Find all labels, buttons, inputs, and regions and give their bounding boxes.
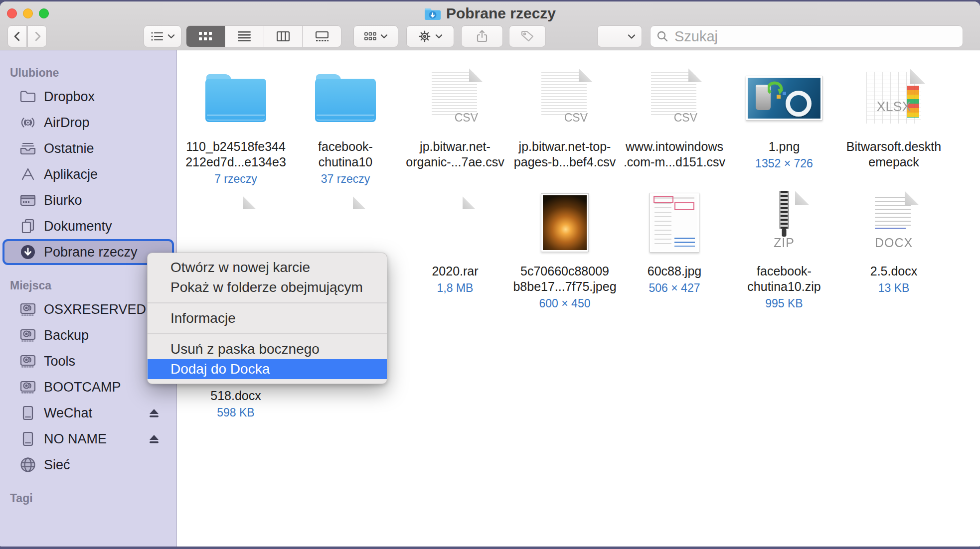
folder-icon	[315, 65, 376, 131]
file-item-bitwarsoft.deskthemepack[interactable]: XLSXBitwarsoft.deskthemepack	[839, 61, 949, 186]
file-info: 600 × 450	[539, 297, 591, 310]
group-icon	[364, 32, 376, 41]
file-name: 518.docx	[210, 388, 261, 404]
folder-icon	[19, 88, 37, 106]
tag-icon	[521, 30, 534, 42]
desktop-icon	[19, 191, 37, 209]
menu-item-dodaj-do-docka[interactable]: Dodaj do Docka	[148, 359, 387, 379]
file-item-jp.bitwar.net-organic-...7ae.csv[interactable]: CSVjp.bitwar.net-organic-...7ae.csv	[400, 61, 510, 186]
grid-view-button[interactable]	[186, 26, 225, 47]
sidebar-item-label: Aplikacje	[44, 167, 98, 182]
csv-file-icon: CSV	[537, 65, 593, 131]
mini-dropdown[interactable]	[597, 25, 642, 47]
search-input[interactable]	[673, 28, 957, 45]
sidebar-item-no-name[interactable]: NO NAME	[0, 426, 176, 452]
file-item-110-b24518fe344212ed7d...e134e3[interactable]: 110_b24518fe344212ed7d...e134e37 rzeczy	[181, 61, 291, 186]
menu-item-usuń-z-paska-bocznego[interactable]: Usuń z paska bocznego	[148, 339, 387, 359]
external-drive-icon	[19, 430, 37, 448]
applications-icon	[19, 165, 37, 183]
sidebar-item-sieć[interactable]: Sieć	[0, 452, 176, 478]
sidebar-item-ostatnie[interactable]: Ostatnie	[0, 136, 176, 161]
file-name: 5c70660c88009b8be17...7f75.jpeg	[513, 264, 616, 294]
gallery-view-button[interactable]	[303, 26, 341, 47]
sidebar-item-airdrop[interactable]: AirDrop	[0, 110, 176, 136]
columns-view-button[interactable]	[264, 26, 303, 47]
search-field[interactable]	[650, 25, 963, 47]
file-item-5c70660c88009b8be17...7f75.jpeg[interactable]: 5c70660c88009b8be17...7f75.jpeg600 × 450	[510, 186, 620, 310]
file-item-1.png[interactable]: 1.png1352 × 726	[729, 61, 839, 186]
sidebar-item-label: Biurko	[44, 193, 82, 208]
finder-window: Pobrane rzeczy	[0, 1, 980, 547]
tag-button[interactable]	[509, 25, 546, 47]
internal-drive-icon	[19, 352, 37, 370]
external-drive-icon	[19, 404, 37, 422]
sidebar-item-aplikacje[interactable]: Aplikacje	[0, 161, 176, 187]
eject-icon[interactable]	[148, 407, 161, 419]
file-info: 13 KB	[878, 281, 910, 295]
file-item-www.intowindows.com-m...d151.csv[interactable]: CSVwww.intowindows.com-m...d151.csv	[620, 61, 729, 186]
file-item-2020.rar[interactable]: 2020.rar1,8 MB	[400, 186, 510, 310]
menu-item-otwórz-w-nowej-karcie[interactable]: Otwórz w nowej karcie	[148, 258, 387, 277]
file-name: jp.bitwar.net-organic-...7ae.csv	[406, 139, 504, 170]
photo-thumbnail	[541, 190, 589, 256]
sidebar-item-label: WeChat	[44, 406, 92, 421]
file-item-facebook-chutina10.zip[interactable]: ZIPfacebook-chutina10.zip995 KB	[729, 186, 839, 310]
file-name: 2.5.docx	[870, 264, 918, 279]
file-name: 2020.rar	[432, 264, 478, 279]
sidebar-item-biurko[interactable]: Biurko	[0, 187, 176, 213]
list-view-icon	[238, 31, 251, 41]
sidebar-item-wechat[interactable]: WeChat	[0, 400, 176, 426]
sidebar-section-tagi: Tagi	[0, 487, 176, 509]
blank-file-icon	[215, 190, 256, 256]
internal-drive-icon	[19, 378, 37, 396]
share-icon	[476, 30, 488, 43]
chevron-down-icon	[167, 34, 175, 39]
gallery-view-icon	[316, 31, 328, 41]
sidebar-item-label: AirDrop	[44, 115, 90, 131]
csv-file-icon: CSV	[647, 65, 702, 131]
list-view-button[interactable]	[225, 26, 264, 47]
sidebar-item-dokumenty[interactable]: Dokumenty	[0, 213, 176, 239]
airdrop-icon	[19, 114, 37, 132]
menu-item-informacje[interactable]: Informacje	[148, 308, 387, 328]
file-info: 1,8 MB	[437, 281, 474, 295]
internal-drive-icon	[19, 326, 37, 344]
forward-button[interactable]	[27, 25, 47, 47]
sort-button[interactable]	[144, 25, 181, 47]
file-item-jp.bitwar.net-top-pages-b...bef4.csv[interactable]: CSVjp.bitwar.net-top-pages-b...bef4.csv	[510, 61, 620, 186]
sidebar-item-label: Pobrane rzeczy	[44, 245, 138, 260]
file-name: facebook-chutina10	[318, 139, 373, 170]
menu-item-pokaż-w-folderze-obejmującym[interactable]: Pokaż w folderze obejmującym	[148, 277, 387, 297]
gear-icon	[418, 30, 431, 43]
png-thumbnail	[746, 65, 822, 131]
group-button[interactable]	[353, 25, 398, 47]
window-title: Pobrane rzeczy	[446, 5, 556, 22]
sidebar-item-label: NO NAME	[44, 431, 107, 447]
share-button[interactable]	[461, 25, 503, 47]
view-switcher	[186, 25, 341, 47]
file-info: 7 rzeczy	[214, 172, 257, 186]
sidebar-item-label: OSXRESERVED	[44, 302, 146, 317]
chevron-down-icon	[435, 34, 443, 39]
file-item-2.5.docx[interactable]: DOCX2.5.docx13 KB	[839, 186, 949, 310]
file-info: 1352 × 726	[755, 157, 813, 170]
documents-icon	[19, 217, 37, 235]
file-name: 110_b24518fe344212ed7d...e134e3	[185, 139, 286, 170]
context-menu: Otwórz w nowej karciePokaż w folderze ob…	[147, 253, 387, 384]
sidebar-item-dropbox[interactable]: Dropbox	[0, 84, 176, 110]
file-item-60c88.jpg[interactable]: 60c88.jpg506 × 427	[620, 186, 729, 310]
back-button[interactable]	[7, 25, 27, 47]
action-button[interactable]	[406, 25, 454, 47]
search-icon	[656, 30, 668, 42]
window-title-area: Pobrane rzeczy	[0, 4, 980, 22]
file-name: 1.png	[769, 139, 800, 154]
internal-drive-icon	[19, 300, 37, 318]
xlsx-file-icon: XLSX	[862, 65, 925, 131]
sort-list-icon	[151, 31, 163, 42]
sidebar-item-label: Backup	[44, 328, 89, 343]
grid-view-icon	[199, 32, 212, 41]
menu-separator	[148, 333, 387, 334]
recents-icon	[19, 139, 37, 157]
file-item-facebook-chutina10[interactable]: facebook-chutina1037 rzeczy	[291, 61, 400, 186]
eject-icon[interactable]	[148, 433, 161, 445]
